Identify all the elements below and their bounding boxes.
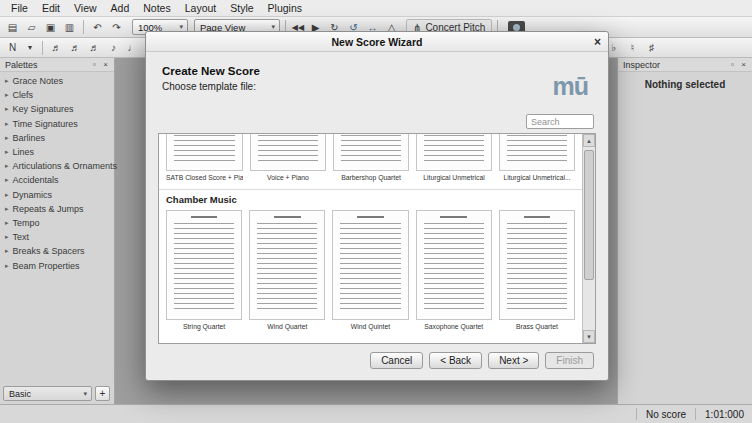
dialog-buttons: Cancel < Back Next > Finish — [370, 352, 594, 369]
chevron-down-icon: ▾ — [179, 23, 183, 31]
palette-item-tempo[interactable]: ▸Tempo — [0, 216, 114, 230]
template-row-chamber: String Quartet Wind Quartet Wind Quintet… — [159, 210, 582, 333]
scrollbar-thumb[interactable] — [584, 150, 594, 280]
palette-item-key-signatures[interactable]: ▸Key Signatures — [0, 102, 114, 116]
menu-style[interactable]: Style — [223, 0, 260, 16]
toolbar-separator — [83, 20, 84, 34]
palette-item-articulations[interactable]: ▸Articulations & Ornaments — [0, 159, 114, 173]
template-card-satb-closed-piano[interactable]: SATB Closed Score + Piano — [166, 134, 243, 184]
menu-view[interactable]: View — [67, 0, 104, 16]
menu-notes[interactable]: Notes — [136, 0, 177, 16]
palette-label: Time Signatures — [13, 119, 78, 129]
menu-add[interactable]: Add — [104, 0, 137, 16]
palette-label: Barlines — [13, 133, 46, 143]
palette-item-barlines[interactable]: ▸Barlines — [0, 131, 114, 145]
cancel-button[interactable]: Cancel — [370, 352, 423, 369]
template-label: Brass Quartet — [499, 320, 575, 333]
float-panel-icon[interactable]: ▫ — [89, 59, 100, 70]
accidental-natural-icon[interactable]: ♮ — [624, 40, 641, 56]
open-file-icon[interactable]: ▱ — [23, 19, 40, 35]
template-card-string-quartet[interactable]: String Quartet — [166, 210, 242, 333]
palette-item-repeats-jumps[interactable]: ▸Repeats & Jumps — [0, 202, 114, 216]
palettes-panel: Palettes ▫ × ▸Grace Notes ▸Clefs ▸Key Si… — [0, 58, 115, 404]
palette-item-accidentals[interactable]: ▸Accidentals — [0, 173, 114, 187]
template-label: Wind Quartet — [249, 320, 325, 333]
score-status: No score — [646, 409, 686, 420]
back-button[interactable]: < Back — [429, 352, 482, 369]
note-input-mode-button[interactable]: N — [4, 40, 21, 56]
duration-16th-icon[interactable]: ♬ — [86, 40, 103, 56]
inspector-empty-message: Nothing selected — [618, 79, 752, 90]
close-icon[interactable]: × — [594, 32, 601, 52]
palette-label: Tempo — [13, 218, 40, 228]
menu-edit[interactable]: Edit — [35, 0, 67, 16]
template-card-wind-quartet[interactable]: Wind Quartet — [249, 210, 325, 333]
template-label: Barbershop Quartet — [333, 171, 409, 184]
menu-plugins[interactable]: Plugins — [261, 0, 309, 16]
template-preview — [166, 134, 243, 171]
template-card-liturgical-unmetrical[interactable]: Liturgical Unmetrical — [416, 134, 492, 184]
template-card-wind-quintet[interactable]: Wind Quintet — [332, 210, 408, 333]
palette-label: Breaks & Spacers — [13, 246, 85, 256]
template-card-brass-quartet[interactable]: Brass Quartet — [499, 210, 575, 333]
redo-icon[interactable]: ↷ — [108, 19, 125, 35]
expand-arrow-icon: ▸ — [5, 191, 9, 199]
undo-icon[interactable]: ↶ — [89, 19, 106, 35]
template-viewport: SATB Closed Score + Piano Voice + Piano … — [159, 134, 582, 343]
scroll-down-icon[interactable]: ▼ — [583, 330, 595, 343]
status-separator — [695, 408, 696, 420]
menu-file[interactable]: File — [4, 0, 35, 16]
inspector-title: Inspector — [623, 60, 660, 70]
template-scrollbar[interactable]: ▲ ▼ — [582, 134, 595, 343]
close-panel-icon[interactable]: × — [738, 59, 749, 70]
palette-label: Text — [13, 232, 30, 242]
dialog-titlebar[interactable]: New Score Wizard × — [146, 32, 608, 52]
palette-item-lines[interactable]: ▸Lines — [0, 145, 114, 159]
finish-button[interactable]: Finish — [545, 352, 594, 369]
scroll-up-icon[interactable]: ▲ — [583, 134, 595, 147]
expand-arrow-icon: ▸ — [5, 77, 9, 85]
template-search-input[interactable] — [526, 114, 594, 129]
palette-item-grace-notes[interactable]: ▸Grace Notes — [0, 74, 114, 88]
print-icon[interactable]: ▥ — [61, 19, 78, 35]
template-label: Liturgical Unmetrical... — [499, 171, 575, 184]
duration-quarter-icon[interactable]: ♩ — [124, 40, 141, 56]
duration-eighth-icon[interactable]: ♪ — [105, 40, 122, 56]
palette-item-beam-properties[interactable]: ▸Beam Properties — [0, 258, 114, 272]
expand-arrow-icon: ▸ — [5, 91, 9, 99]
palette-label: Grace Notes — [13, 76, 64, 86]
duration-32nd-icon[interactable]: ♬ — [67, 40, 84, 56]
palette-label: Accidentals — [13, 175, 59, 185]
save-icon[interactable]: ▣ — [42, 19, 59, 35]
workspace-select[interactable]: Basic ▾ — [3, 386, 92, 401]
next-button[interactable]: Next > — [488, 352, 539, 369]
duration-64th-icon[interactable]: ♬ — [48, 40, 65, 56]
menu-layout[interactable]: Layout — [178, 0, 224, 16]
new-score-icon[interactable]: ▤ — [4, 19, 21, 35]
palette-item-text[interactable]: ▸Text — [0, 230, 114, 244]
float-panel-icon[interactable]: ▫ — [727, 59, 738, 70]
template-card-voice-piano[interactable]: Voice + Piano — [250, 134, 326, 184]
palette-item-breaks-spacers[interactable]: ▸Breaks & Spacers — [0, 244, 114, 258]
palette-label: Dynamics — [13, 190, 53, 200]
template-card-barbershop-quartet[interactable]: Barbershop Quartet — [333, 134, 409, 184]
template-list: SATB Closed Score + Piano Voice + Piano … — [158, 133, 596, 344]
palette-item-dynamics[interactable]: ▸Dynamics — [0, 188, 114, 202]
expand-arrow-icon: ▸ — [5, 219, 9, 227]
status-bar: No score 1:01:000 — [0, 404, 752, 423]
close-panel-icon[interactable]: × — [100, 59, 111, 70]
template-card-liturgical-unmetrical-long[interactable]: Liturgical Unmetrical... — [499, 134, 575, 184]
expand-arrow-icon: ▸ — [5, 134, 9, 142]
template-preview — [250, 134, 326, 171]
add-workspace-button[interactable]: + — [95, 386, 110, 401]
template-card-saxophone-quartet[interactable]: Saxophone Quartet — [416, 210, 492, 333]
musescore-logo: mū — [553, 72, 589, 101]
palette-item-time-signatures[interactable]: ▸Time Signatures — [0, 117, 114, 131]
inspector-panel: Inspector ▫ × Nothing selected — [617, 58, 752, 404]
accidental-sharp-icon[interactable]: ♯ — [643, 40, 660, 56]
palettes-title: Palettes — [5, 60, 38, 70]
expand-arrow-icon: ▸ — [5, 162, 9, 170]
template-label: Voice + Piano — [250, 171, 326, 184]
chevron-down-icon[interactable]: ▾ — [23, 40, 37, 56]
palette-item-clefs[interactable]: ▸Clefs — [0, 88, 114, 102]
